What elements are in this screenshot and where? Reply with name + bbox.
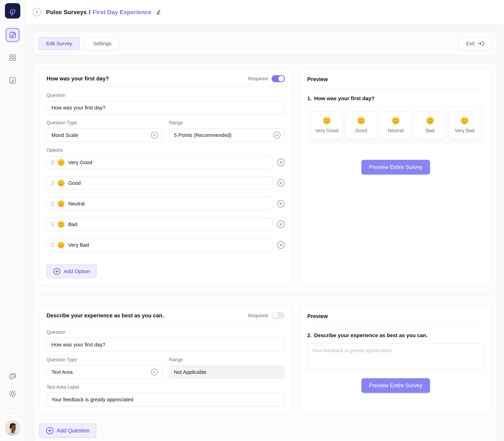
drag-handle-icon[interactable] xyxy=(51,201,54,206)
mood-option-label: Good xyxy=(355,128,367,133)
option-field-neutral[interactable]: Neutral xyxy=(47,197,273,210)
sidebar-item-compose[interactable] xyxy=(6,74,19,87)
smiling-emoji-icon xyxy=(57,159,65,166)
drag-handle-icon[interactable] xyxy=(51,243,54,247)
range-select-q1[interactable]: 5 Points (Recommended) xyxy=(169,128,285,142)
rename-survey-button[interactable] xyxy=(155,9,161,15)
toggle-knob xyxy=(272,313,278,318)
survey-toolbar: Edit Survey Settings Exit xyxy=(33,32,497,56)
drag-handle-icon[interactable] xyxy=(51,160,54,165)
required-label: Required xyxy=(248,76,268,81)
mood-option-good[interactable]: Good xyxy=(346,111,377,139)
breadcrumb-root[interactable]: Pulse Surveys xyxy=(46,9,87,16)
plus-circle-icon xyxy=(46,427,53,435)
question-type-select-q2[interactable]: Text Area xyxy=(47,365,162,379)
question-field-label: Question xyxy=(47,330,285,335)
card-divider xyxy=(307,325,484,325)
survey-builder-panel: How was your first day? Required Questio… xyxy=(33,62,497,441)
feedback-textarea[interactable] xyxy=(307,344,484,370)
required-toggle-q1[interactable] xyxy=(272,75,285,82)
option-field-very-bad[interactable]: Very Bad xyxy=(47,238,273,252)
mood-option-label: Neutral xyxy=(388,128,403,133)
exit-button[interactable]: Exit xyxy=(459,37,492,50)
add-question-button[interactable]: Add Question xyxy=(39,424,96,438)
back-button[interactable] xyxy=(33,8,41,16)
range-label: Range xyxy=(169,120,285,126)
smiling-emoji-icon xyxy=(426,117,434,125)
add-option-button[interactable]: Add Option xyxy=(47,265,97,278)
question-type-select-q1[interactable]: Mood Scale xyxy=(47,128,162,142)
option-field-good[interactable]: Good xyxy=(47,176,273,190)
remove-x-icon xyxy=(277,179,285,187)
mood-option-very-good[interactable]: Very Good xyxy=(312,111,342,139)
range-field-q2-disabled: Not Applicable xyxy=(169,365,285,379)
chevron-left-icon xyxy=(35,10,39,14)
question-1-preview-card: Preview 1. How was your first day? Very … xyxy=(300,68,491,285)
preview-entire-survey-button[interactable]: Preview Entire Survey xyxy=(361,160,430,174)
survey-document-icon xyxy=(9,31,17,39)
question-1-section: How was your first day? Required Questio… xyxy=(39,68,491,285)
text-area-label-input[interactable] xyxy=(47,393,285,406)
mood-option-very-bad[interactable]: Very Bad xyxy=(449,111,480,139)
question-field-label: Question xyxy=(47,93,285,98)
required-toggle-q2[interactable] xyxy=(272,312,285,319)
drag-handle-icon[interactable] xyxy=(51,222,54,227)
top-header: Pulse Surveys / First Day Experience xyxy=(25,0,504,24)
user-avatar[interactable] xyxy=(5,420,20,436)
preview-question-number: 2. xyxy=(307,332,312,338)
drag-handle-icon[interactable] xyxy=(51,181,54,186)
chevron-down-icon xyxy=(151,368,158,376)
exit-icon xyxy=(477,41,484,47)
remove-x-icon xyxy=(277,241,285,249)
question-2-section: Describe your experience as best as you … xyxy=(39,305,491,413)
tab-edit-survey-label: Edit Survey xyxy=(46,41,72,47)
question-1-input[interactable] xyxy=(47,101,285,114)
remove-option-button[interactable] xyxy=(277,200,285,208)
remove-x-icon xyxy=(277,200,285,208)
question-1-title: How was your first day? xyxy=(47,76,109,82)
option-row: Neutral xyxy=(47,197,285,210)
option-row: Very Bad xyxy=(47,238,285,252)
avatar-photo xyxy=(5,420,20,436)
option-field-very-good[interactable]: Very Good xyxy=(47,156,273,169)
tab-settings[interactable]: Settings xyxy=(86,37,119,50)
tab-settings-label: Settings xyxy=(93,41,112,47)
chevron-down-icon xyxy=(273,131,281,139)
tab-edit-survey[interactable]: Edit Survey xyxy=(39,37,80,50)
sidebar-item-feedback[interactable] xyxy=(8,373,17,381)
app-logo[interactable]: φ xyxy=(5,3,20,18)
sidebar-item-surveys[interactable] xyxy=(6,28,19,42)
option-label: Very Good xyxy=(68,160,92,165)
gear-icon xyxy=(8,390,17,398)
preview-heading: Preview xyxy=(307,75,484,84)
add-question-label: Add Question xyxy=(57,427,90,434)
sidebar-divider xyxy=(5,409,20,409)
apps-grid-icon xyxy=(9,54,17,62)
mood-option-bad[interactable]: Bad xyxy=(415,111,445,139)
options-label: Options xyxy=(47,148,285,153)
preview-entire-survey-button[interactable]: Preview Entire Survey xyxy=(361,378,430,393)
remove-option-button[interactable] xyxy=(277,179,285,187)
option-label: Good xyxy=(68,180,81,186)
chevron-down-icon xyxy=(151,131,158,139)
chat-bubbles-icon xyxy=(8,373,17,381)
question-2-input[interactable] xyxy=(47,338,285,351)
question-type-value: Text Area xyxy=(51,369,73,375)
plus-circle-icon xyxy=(53,268,61,275)
smiling-emoji-icon xyxy=(461,117,469,125)
sidebar-item-settings[interactable] xyxy=(8,390,17,398)
required-label: Required xyxy=(248,313,268,318)
mood-option-neutral[interactable]: Neutral xyxy=(380,111,411,139)
mood-option-label: Very Good xyxy=(315,128,338,133)
breadcrumb-current: First Day Experience xyxy=(93,9,151,16)
remove-option-button[interactable] xyxy=(277,158,285,166)
content: Edit Survey Settings Exit xyxy=(25,24,504,441)
option-field-bad[interactable]: Bad xyxy=(47,218,273,231)
card-divider xyxy=(307,88,484,89)
remove-option-button[interactable] xyxy=(277,241,285,249)
option-row: Good xyxy=(47,176,285,190)
preview-question-text: How was your first day? xyxy=(314,95,374,101)
range-value: Not Applicable xyxy=(174,369,206,375)
remove-option-button[interactable] xyxy=(277,220,285,228)
sidebar-item-apps[interactable] xyxy=(6,51,19,64)
